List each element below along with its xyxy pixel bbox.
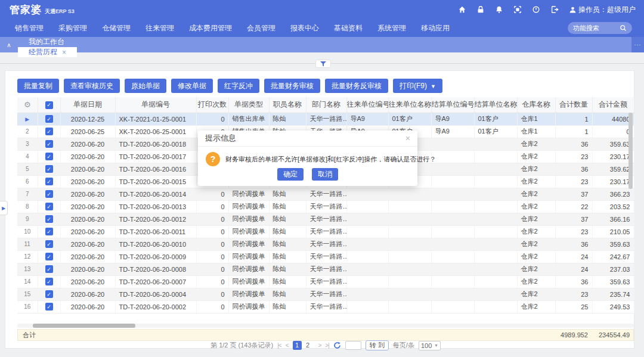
row-checkbox-cell[interactable]: ✓ xyxy=(38,225,60,238)
column-header-单据类型[interactable]: 单据类型 xyxy=(228,97,269,113)
row-checkbox-cell[interactable]: ✓ xyxy=(38,263,60,275)
table-row[interactable]: ▶✓2020-12-25XK-T-2021-01-25-00010销售出库单陈灿… xyxy=(17,113,634,125)
per-page-select[interactable]: 100 ▼ xyxy=(419,341,441,350)
table-row[interactable]: 16✓2020-06-20TD-T-2020-06-20-00020同价调拨单陈… xyxy=(17,300,634,313)
row-checkbox[interactable]: ✓ xyxy=(45,290,53,298)
tab-close-icon[interactable]: × xyxy=(62,48,66,57)
toolbar-button-红字反冲[interactable]: 红字反冲 xyxy=(218,79,259,93)
table-row[interactable]: 15✓2020-06-20TD-T-2020-06-20-00040同价调拨单陈… xyxy=(17,288,634,300)
lock-icon[interactable] xyxy=(476,5,485,14)
row-checkbox[interactable]: ✓ xyxy=(45,215,53,223)
row-checkbox-cell[interactable]: ✓ xyxy=(38,213,60,225)
operator-info[interactable]: 操作员：超级用户 xyxy=(569,5,636,15)
scan-icon[interactable] xyxy=(513,5,522,14)
tab-经营历程[interactable]: 经营历程× xyxy=(18,47,77,57)
row-checkbox[interactable]: ✓ xyxy=(45,115,53,123)
filter-panel-toggle[interactable] xyxy=(315,60,331,68)
row-checkbox[interactable]: ✓ xyxy=(45,190,53,198)
prev-page-button[interactable]: < xyxy=(286,342,289,349)
row-checkbox[interactable]: ✓ xyxy=(45,203,53,210)
column-header-打印次数[interactable]: 打印次数 xyxy=(196,97,228,113)
select-all-checkbox[interactable]: ✓ xyxy=(45,101,53,109)
row-checkbox[interactable]: ✓ xyxy=(45,303,53,311)
row-checkbox[interactable]: ✓ xyxy=(45,265,53,273)
row-checkbox[interactable]: ✓ xyxy=(45,240,53,248)
page-number-1[interactable]: 1 xyxy=(293,341,302,350)
row-checkbox-cell[interactable]: ✓ xyxy=(38,113,60,125)
horizontal-scrollbar[interactable] xyxy=(17,324,634,328)
column-header-单据日期[interactable]: 单据日期 xyxy=(60,97,115,113)
row-checkbox[interactable]: ✓ xyxy=(45,278,53,285)
nav-item-基础资料[interactable]: 基础资料 xyxy=(334,23,363,33)
column-header-单据编号[interactable]: 单据编号 xyxy=(115,97,196,113)
gear-icon[interactable]: ⚙ xyxy=(24,100,31,109)
row-checkbox-cell[interactable]: ✓ xyxy=(38,150,60,163)
home-icon[interactable] xyxy=(458,5,466,14)
row-checkbox[interactable]: ✓ xyxy=(45,165,53,173)
row-checkbox-cell[interactable]: ✓ xyxy=(38,163,60,175)
table-row[interactable]: 13✓2020-06-20TD-T-2020-06-20-00080同价调拨单陈… xyxy=(17,263,634,275)
column-header-结算单位名称[interactable]: 结算单位名称 xyxy=(474,97,517,113)
table-row[interactable]: 12✓2020-06-20TD-T-2020-06-20-00090同价调拨单陈… xyxy=(17,250,634,263)
tab-我的工作台[interactable]: 我的工作台 xyxy=(18,37,77,47)
nav-item-仓储管理[interactable]: 仓储管理 xyxy=(102,23,131,33)
goto-page-button[interactable]: 转 到 xyxy=(366,340,389,350)
row-checkbox-cell[interactable]: ✓ xyxy=(38,175,60,188)
vertical-scrollbar[interactable] xyxy=(628,113,633,322)
column-header-结算单位编号[interactable]: 结算单位编号 xyxy=(431,97,474,113)
nav-item-系统管理[interactable]: 系统管理 xyxy=(377,23,406,33)
row-checkbox-cell[interactable]: ✓ xyxy=(38,200,60,213)
row-checkbox-cell[interactable]: ✓ xyxy=(38,138,60,150)
grid-settings-cell[interactable]: ⚙ xyxy=(17,97,38,113)
table-row[interactable]: 8✓2020-06-20TD-T-2020-06-20-00130同价调拨单陈灿… xyxy=(17,200,634,213)
nav-item-报表中心[interactable]: 报表中心 xyxy=(290,23,319,33)
nav-item-采购管理[interactable]: 采购管理 xyxy=(58,23,87,33)
logout-icon[interactable] xyxy=(550,5,559,14)
column-header-往来单位编号[interactable]: 往来单位编号 xyxy=(346,97,388,113)
cancel-button[interactable]: 取消 xyxy=(312,168,338,181)
row-checkbox-cell[interactable]: ✓ xyxy=(38,250,60,263)
nav-item-会员管理[interactable]: 会员管理 xyxy=(247,23,275,33)
toolbar-button-原始单据[interactable]: 原始单据 xyxy=(125,79,166,93)
toolbar-button-批量财务反审核[interactable]: 批量财务反审核 xyxy=(325,79,388,93)
toolbar-button-修改单据[interactable]: 修改单据 xyxy=(171,79,213,93)
row-checkbox-cell[interactable]: ✓ xyxy=(38,275,60,288)
row-checkbox[interactable]: ✓ xyxy=(45,178,53,185)
row-checkbox[interactable]: ✓ xyxy=(45,128,53,135)
column-header-合计数量[interactable]: 合计数量 xyxy=(555,97,592,113)
table-row[interactable]: 9✓2020-06-20TD-T-2020-06-20-00120同价调拨单陈灿… xyxy=(17,213,634,225)
table-row[interactable]: 11✓2020-06-20TD-T-2020-06-20-00100同价调拨单陈… xyxy=(17,238,634,250)
row-checkbox[interactable]: ✓ xyxy=(45,253,53,260)
search-icon[interactable] xyxy=(620,24,627,32)
nav-item-成本费用管理[interactable]: 成本费用管理 xyxy=(189,23,232,33)
nav-item-移动应用[interactable]: 移动应用 xyxy=(421,23,450,33)
horizontal-scrollbar-thumb[interactable] xyxy=(33,324,135,328)
row-checkbox-cell[interactable]: ✓ xyxy=(38,188,60,200)
toolbar-button-批量复制[interactable]: 批量复制 xyxy=(17,79,59,93)
column-header-往来单位名称[interactable]: 往来单位名称 xyxy=(388,97,431,113)
collapse-tabs-button[interactable]: ∧ xyxy=(0,37,18,52)
column-header-职员名称[interactable]: 职员名称 xyxy=(269,97,306,113)
row-checkbox-cell[interactable]: ✓ xyxy=(38,288,60,300)
row-checkbox[interactable]: ✓ xyxy=(45,153,53,160)
function-search-input[interactable]: 功能搜索 xyxy=(568,22,632,34)
row-checkbox-cell[interactable]: ✓ xyxy=(38,238,60,250)
page-number-2[interactable]: 2 xyxy=(304,341,312,350)
column-header-部门名称[interactable]: 部门名称 xyxy=(306,97,346,113)
vertical-scrollbar-thumb[interactable] xyxy=(628,113,633,189)
nav-item-销售管理[interactable]: 销售管理 xyxy=(15,23,44,33)
power-icon[interactable] xyxy=(532,5,540,14)
select-all-cell[interactable]: ✓ xyxy=(38,97,60,113)
tab-overflow-button[interactable]: ··· xyxy=(631,37,644,52)
row-checkbox[interactable]: ✓ xyxy=(45,228,53,235)
nav-item-往来管理[interactable]: 往来管理 xyxy=(145,23,174,33)
toolbar-button-查看审核历史[interactable]: 查看审核历史 xyxy=(64,79,120,93)
row-checkbox-cell[interactable]: ✓ xyxy=(38,300,60,313)
print-button[interactable]: 打印(F9)▼ xyxy=(393,79,442,93)
next-page-button[interactable]: > xyxy=(318,342,321,349)
refresh-icon[interactable] xyxy=(333,342,341,349)
table-row[interactable]: 7✓2020-06-20TD-T-2020-06-20-00140同价调拨单陈灿… xyxy=(17,188,634,200)
table-row[interactable]: 10✓2020-06-20TD-T-2020-06-20-00110同价调拨单陈… xyxy=(17,225,634,238)
column-header-合计金额[interactable]: 合计金额 xyxy=(592,97,634,113)
bell-icon[interactable] xyxy=(495,5,503,14)
